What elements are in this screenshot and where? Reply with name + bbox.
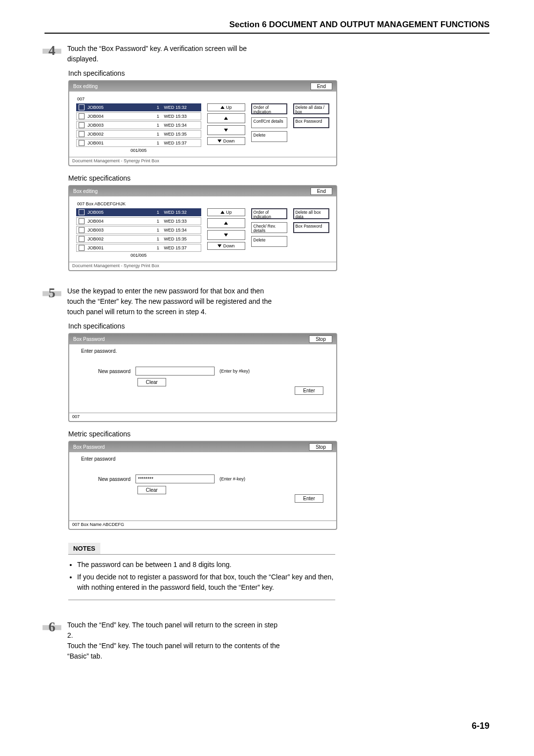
end-button[interactable]: End bbox=[311, 83, 332, 90]
section-header: Section 6 DOCUMENT AND OUTPUT MANAGEMENT… bbox=[44, 20, 490, 34]
box-password-panel-inch: Box Password Stop Enter password. New pa… bbox=[68, 333, 337, 422]
box-editing-panel-metric: Box editing End 007 Box ABCDEFGHIJK JOB0… bbox=[68, 185, 337, 271]
step-6-text: Touch the “End” key. The touch panel wil… bbox=[67, 620, 280, 662]
job-row[interactable]: JOB0051WED 15:32 bbox=[76, 103, 201, 111]
job-row[interactable]: JOB0011WED 15:37 bbox=[76, 244, 201, 252]
box-id: 007 bbox=[76, 96, 201, 101]
page-number: 6-19 bbox=[44, 721, 490, 731]
panel-footer: 007 bbox=[69, 413, 336, 421]
down-button[interactable]: Down bbox=[207, 137, 246, 145]
delete-all-button[interactable]: Delete all box data bbox=[293, 208, 329, 219]
up-button[interactable]: Up bbox=[207, 208, 246, 216]
job-counter: 001/005 bbox=[76, 148, 201, 153]
enter-key-note: (Enter by #key) bbox=[220, 369, 250, 374]
panel-title: Box editing bbox=[73, 189, 97, 194]
hint-text: Enter password. bbox=[81, 348, 328, 354]
box-password-panel-metric: Box Password Stop Enter password New pas… bbox=[68, 441, 337, 530]
enter-key-note: (Enter #-key) bbox=[220, 476, 245, 481]
inch-spec-label: Inch specifications bbox=[68, 69, 490, 77]
panel-title: Box Password bbox=[73, 336, 105, 342]
step-5-text: Use the keypad to enter the new password… bbox=[67, 286, 280, 317]
panel-footer: Document Management - Synergy Print Box bbox=[69, 262, 336, 270]
stop-button[interactable]: Stop bbox=[309, 335, 332, 343]
triangle-up-icon bbox=[221, 106, 224, 109]
new-password-label: New password bbox=[81, 476, 131, 482]
step-5-number: 5 bbox=[44, 286, 59, 300]
order-indication-button[interactable]: Order of indication bbox=[251, 103, 287, 114]
scroll-up-button[interactable] bbox=[207, 113, 246, 123]
down-button[interactable]: Down bbox=[207, 242, 246, 250]
notes-heading: NOTES bbox=[68, 543, 100, 554]
step-6-number: 6 bbox=[44, 620, 59, 634]
hint-text: Enter password bbox=[81, 456, 328, 462]
panel-title: Box editing bbox=[73, 84, 97, 89]
delete-button[interactable]: Delete bbox=[251, 131, 287, 142]
job-row[interactable]: JOB0011WED 15:37 bbox=[76, 139, 201, 147]
box-editing-panel-inch: Box editing End 007 JOB0051WED 15:32 JOB… bbox=[68, 80, 337, 166]
job-row[interactable]: JOB0031WED 15:34 bbox=[76, 121, 201, 129]
new-password-label: New password bbox=[81, 369, 131, 374]
new-password-field[interactable] bbox=[135, 367, 215, 376]
up-button[interactable]: Up bbox=[207, 103, 246, 111]
box-password-button[interactable]: Box Password bbox=[293, 222, 329, 233]
box-password-button[interactable]: Box Password bbox=[293, 117, 329, 128]
scroll-up-button[interactable] bbox=[207, 218, 246, 228]
job-counter: 001/005 bbox=[76, 253, 201, 258]
job-row[interactable]: JOB0031WED 15:34 bbox=[76, 226, 201, 234]
inch-spec-label: Inch specifications bbox=[68, 322, 490, 330]
note-item: The password can be between 1 and 8 digi… bbox=[77, 560, 335, 570]
check-rev-details-button[interactable]: Check/ Rev. details bbox=[251, 222, 287, 233]
clear-button[interactable]: Clear bbox=[137, 486, 166, 494]
scroll-down-button[interactable] bbox=[207, 230, 246, 240]
scroll-down-button[interactable] bbox=[207, 125, 246, 135]
metric-spec-label: Metric specifications bbox=[68, 430, 490, 438]
note-item: If you decide not to register a password… bbox=[77, 572, 335, 593]
delete-button[interactable]: Delete bbox=[251, 236, 287, 247]
job-row[interactable]: JOB0021WED 15:35 bbox=[76, 235, 201, 243]
delete-all-button[interactable]: Delete all data / box bbox=[293, 103, 329, 114]
order-indication-button[interactable]: Order of indication bbox=[251, 208, 287, 219]
enter-button[interactable]: Enter bbox=[295, 386, 323, 395]
clear-button[interactable]: Clear bbox=[137, 378, 166, 386]
enter-button[interactable]: Enter bbox=[295, 494, 323, 503]
job-row[interactable]: JOB0041WED 15:33 bbox=[76, 217, 201, 225]
box-id: 007 Box ABCDEFGHIJK bbox=[76, 201, 201, 206]
panel-title: Box Password bbox=[73, 444, 105, 450]
panel-footer: Document Management - Synergy Print Box bbox=[69, 157, 336, 165]
step-4-text: Touch the “Box Password” key. A verifica… bbox=[67, 44, 280, 64]
end-button[interactable]: End bbox=[311, 188, 332, 195]
triangle-down-icon bbox=[218, 140, 222, 142]
metric-spec-label: Metric specifications bbox=[68, 174, 490, 182]
step-4-number: 4 bbox=[44, 44, 59, 57]
notes-box: NOTES The password can be between 1 and … bbox=[68, 543, 335, 600]
job-row[interactable]: JOB0041WED 15:33 bbox=[76, 112, 201, 120]
panel-footer: 007 Box Name ABCDEFG bbox=[69, 520, 336, 529]
new-password-field[interactable]: ******** bbox=[135, 474, 215, 483]
job-row[interactable]: JOB0021WED 15:35 bbox=[76, 130, 201, 138]
conf-details-button[interactable]: Conf/Cnt details bbox=[251, 117, 287, 128]
job-row[interactable]: JOB0051WED 15:32 bbox=[76, 208, 201, 216]
stop-button[interactable]: Stop bbox=[309, 443, 332, 451]
